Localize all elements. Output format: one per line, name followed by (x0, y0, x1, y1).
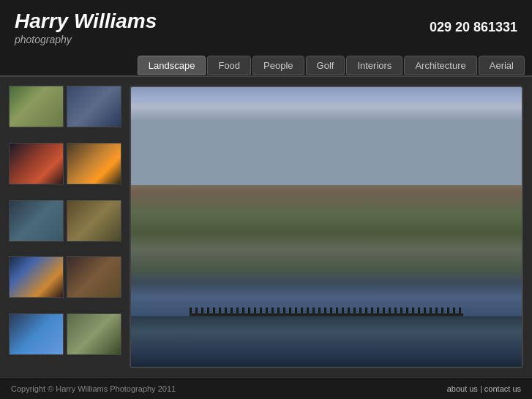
copyright-text: Copyright © Harry Williams Photography 2… (11, 384, 176, 393)
about-us-link[interactable]: about us (447, 384, 478, 393)
tab-golf[interactable]: Golf (306, 56, 345, 75)
thumbnail-2[interactable] (67, 86, 121, 127)
thumbnail-6[interactable] (67, 200, 121, 242)
footer-separator: | (478, 384, 484, 393)
contact-us-link[interactable]: contact us (484, 384, 521, 393)
footer-links: about us | contact us (447, 384, 521, 393)
thumbnail-grid (9, 86, 122, 368)
main-image (131, 87, 522, 367)
thumbnail-8[interactable] (67, 256, 121, 298)
tab-food[interactable]: Food (207, 56, 251, 75)
thumbnail-4[interactable] (67, 143, 121, 184)
bridge-element (190, 313, 463, 316)
tab-landscape[interactable]: Landscape (138, 56, 206, 75)
main-image-container (130, 86, 523, 368)
tab-aerial[interactable]: Aerial (479, 56, 525, 75)
logo-subtitle: photography (15, 34, 157, 46)
thumbnail-7[interactable] (9, 256, 64, 298)
thumbnail-9[interactable] (9, 313, 64, 355)
thumbnail-10[interactable] (67, 313, 121, 355)
thumbnail-1[interactable] (9, 86, 64, 127)
tab-architecture[interactable]: Architecture (404, 56, 476, 75)
main-content (0, 77, 532, 377)
thumbnail-5[interactable] (9, 200, 64, 242)
phone-number: 029 20 861331 (430, 20, 517, 35)
tab-people[interactable]: People (252, 56, 304, 75)
header: Harry Williams photography 029 20 861331 (0, 0, 532, 55)
tab-interiors[interactable]: Interiors (346, 56, 402, 75)
logo-title: Harry Williams (15, 9, 157, 34)
logo: Harry Williams photography (15, 9, 157, 45)
navigation: Landscape Food People Golf Interiors Arc… (0, 55, 532, 77)
footer: Copyright © Harry Williams Photography 2… (0, 377, 532, 399)
thumbnail-3[interactable] (9, 143, 64, 184)
